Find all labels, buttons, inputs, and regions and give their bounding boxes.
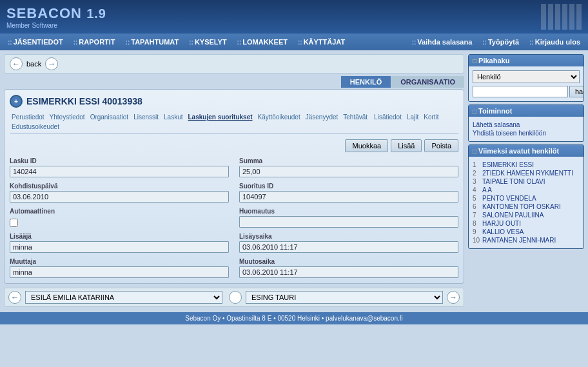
delete-button[interactable]: Poista [424,139,458,152]
lisaysaika-input[interactable] [239,241,458,253]
person-title: + ESIMERKKI ESSI 40013938 [10,95,458,108]
sub-nav-kortit[interactable]: Kortit [422,113,440,121]
viimeksi-num: 5 [473,195,480,202]
summa-input[interactable] [239,166,458,177]
automaattinen-label: Automaattinen [10,208,229,215]
toiminnot-header: □ Toiminnot [469,105,583,117]
logo-sebacon: SEBACON [6,5,82,21]
viimeksi-header: □ Viimeksi avatut henkilöt [469,145,583,157]
viimeksi-title: Viimeksi avatut henkilöt [478,147,559,155]
viimeksi-link[interactable]: TAIPALE TONI OLAVI [482,177,545,186]
main: ← back → HENKILÖ ORGANISAATIO + ESIMERKK… [0,50,588,311]
lasku-id-field: Lasku ID [10,157,229,177]
viimeksi-link[interactable]: SALONEN PAULIINA [482,211,544,219]
sub-nav-edustusoikeudet[interactable]: Edustusoikeudet [10,123,61,131]
bottom-middle-arrow[interactable] [229,291,242,304]
viimeksi-link[interactable]: HARJU OUTI [482,219,521,228]
bottom-right-arrow[interactable]: → [447,291,460,304]
sub-nav-tehtavat[interactable]: Tehtävät [341,113,369,121]
muutosaika-input[interactable] [239,266,458,278]
pikahaku-expand-icon: □ [473,57,476,64]
nav-tapahtumat[interactable]: :: TAPAHTUMAT [121,34,184,50]
viimeksi-num: 6 [473,203,480,210]
nav-lomakkeet[interactable]: :: LOMAKKEET [232,34,293,50]
viimeksi-link[interactable]: ESIMERKKI ESSI [482,161,534,169]
viimeksi-item-9: 9KALLIO VESA [473,228,580,236]
back-bar: ← back → [4,54,464,74]
nav-tyopoyta[interactable]: :: Työpöytä [477,38,524,46]
pikahaku-input[interactable] [473,86,568,97]
toiminnot-title: Toiminnot [478,107,512,115]
laheta-salasana-link[interactable]: Lähetä salasana [473,121,580,129]
person-name: ESIMERKKI ESSI 40013938 [26,96,142,106]
logo-text: SEBACON 1.9 [6,5,106,22]
sub-nav-yhteystiedot[interactable]: Yhteystiedot [48,113,87,121]
lisaysaika-label: Lisäysaika [239,233,458,240]
suoritus-id-field: Suoritus ID [239,183,458,203]
huomautus-field: Huomautus [239,208,458,228]
toiminnot-panel: □ Toiminnot Lähetä salasana Yhdistä tois… [468,104,584,142]
sub-nav-laskut[interactable]: Laskut [162,113,184,121]
viimeksi-expand-icon: □ [473,148,476,155]
lasku-id-input[interactable] [10,166,229,177]
pikahaku-search-btn[interactable]: hae [569,86,584,97]
nav-kayttajat[interactable]: :: KÄYTTÄJAT [293,34,350,50]
viimeksi-link[interactable]: A A [482,186,492,194]
header: SEBACON 1.9 Member Software [0,0,588,34]
sub-nav: Perustiedot Yhteystiedot Organisaatiot L… [10,113,458,134]
action-bar: Muokkaa Lisää Poista [10,139,458,152]
huomautus-input[interactable] [239,216,458,228]
viimeksi-num: 2 [473,170,480,177]
viimeksi-num: 8 [473,220,480,227]
viimeksi-link[interactable]: KALLIO VESA [482,228,524,236]
logo-version: 1.9 [86,6,106,21]
sub-nav-jasenyyde[interactable]: Jäsenyydet [304,113,340,121]
back-arrow[interactable]: ← [10,57,23,70]
huomautus-label: Huomautus [239,208,458,215]
viimeksi-link[interactable]: 2TIEDK HÄMEEN RYKMENTTI [482,169,573,177]
sub-nav-organisaatiot[interactable]: Organisaatiot [88,113,130,121]
forward-arrow[interactable]: → [45,57,58,70]
muuttaja-label: Muuttaja [10,258,229,265]
viimeksi-panel: □ Viimeksi avatut henkilöt 1ESIMERKKI ES… [468,144,584,249]
sub-nav-lisenssit[interactable]: Lisenssit [132,113,161,121]
nav-kirjaudu-ulos[interactable]: :: Kirjaudu ulos [524,38,585,46]
viimeksi-num: 7 [473,212,480,219]
viimeksi-link[interactable]: KANTONEN TOPI OSKARI [482,203,561,211]
viimeksi-link[interactable]: RANTANEN JENNI-MARI [482,236,556,244]
viimeksi-num: 9 [473,228,480,235]
tab-bar: HENKILÖ ORGANISAATIO [4,76,464,88]
person-icon: + [10,95,23,108]
viimeksi-item-4: 4A A [473,186,580,194]
bottom-left-select[interactable]: ESILÄ EMILIA KATARIINA [25,291,222,304]
yhdista-link[interactable]: Yhdistä toiseen henkilöön [473,129,580,137]
pikahaku-select[interactable]: Henkilö [473,70,580,83]
suoritus-id-input[interactable] [239,191,458,203]
viimeksi-item-6: 6KANTONEN TOPI OSKARI [473,203,580,211]
header-stripes [541,4,582,30]
nav-kyselyt[interactable]: :: KYSELYT [184,34,231,50]
bottom-left-arrow[interactable]: ← [8,291,21,304]
automaattinen-checkbox[interactable] [10,219,18,227]
sub-nav-lajit[interactable]: Lajit [405,113,420,121]
tab-organisaatio[interactable]: ORGANISAATIO [391,76,464,88]
edit-button[interactable]: Muokkaa [345,139,388,152]
sub-nav-laskujen-suoritukset[interactable]: Laskujen suoritukset [186,113,255,121]
bottom-right-select[interactable]: ESING TAURI [246,291,443,304]
tab-henkilö[interactable]: HENKILÖ [341,76,391,88]
kohdistuspaiva-input[interactable] [10,191,229,203]
nav-raportit[interactable]: :: RAPORTIT [68,34,121,50]
add-button[interactable]: Lisää [391,139,422,152]
lisaaja-input[interactable] [10,241,229,253]
nav-jasentieto[interactable]: :: JÄSENTIEDOT [3,34,68,50]
sub-nav-perustiedot[interactable]: Perustiedot [10,113,46,121]
sub-nav-lisatiedot[interactable]: Lisätiedot [372,113,404,121]
toiminnot-body: Lähetä salasana Yhdistä toiseen henkilöö… [469,117,583,141]
nav-vaihda-salasana[interactable]: :: Vaihda salasana [407,38,478,46]
muuttaja-input[interactable] [10,266,229,278]
viimeksi-link[interactable]: PENTO VENDELA [482,194,536,203]
toiminnot-expand-icon: □ [473,108,476,115]
sub-nav-kayttooikeudet[interactable]: Käyttöoikeudet [256,113,302,121]
lisaysaika-field: Lisäysaika [239,233,458,253]
form-grid: Lasku ID Summa Kohdistuspäivä Suoritus I… [10,157,458,278]
